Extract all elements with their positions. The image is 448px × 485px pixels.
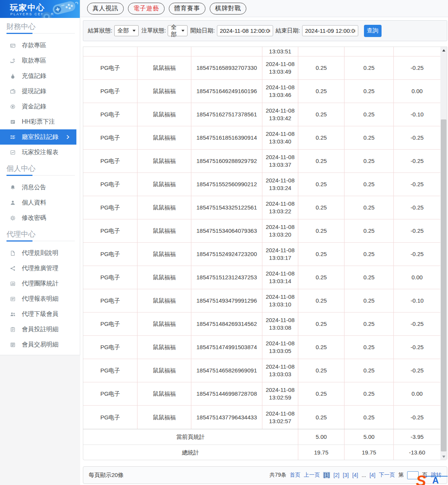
cell-text: 0.25 bbox=[363, 87, 374, 95]
first-page-link[interactable]: 首页 bbox=[290, 472, 300, 479]
sidebar-item-2-2[interactable]: 代理團隊統計 bbox=[0, 276, 80, 291]
cell-text: 0.25 bbox=[315, 297, 327, 305]
cell-text: -0.25 bbox=[411, 250, 424, 258]
gear-icon bbox=[10, 215, 16, 221]
sidebar-section: 個人中心消息公告個人資料修改密碼 bbox=[0, 164, 80, 226]
cell-text: 0.25 bbox=[363, 297, 374, 305]
bet-date: 2024-11-08 bbox=[266, 247, 295, 254]
users-icon bbox=[10, 311, 16, 317]
table-row: PG电子鼠鼠福福18547516462491601962024-11-0813:… bbox=[83, 80, 440, 103]
sidebar-item-0-1[interactable]: 取款專區 bbox=[0, 53, 80, 68]
search-button[interactable]: 查詢 bbox=[364, 25, 382, 37]
order-status-select[interactable]: 全部 bbox=[168, 25, 188, 36]
cell-text: -0.10 bbox=[411, 111, 424, 118]
prev-page-link[interactable]: 上一页 bbox=[304, 472, 320, 479]
cell-time: 2024-11-0813:03:49 bbox=[262, 56, 298, 79]
section-divider-accent bbox=[6, 240, 32, 242]
cell-text: 鼠鼠福福 bbox=[153, 227, 176, 235]
sidebar-item-label: 取款專區 bbox=[22, 57, 46, 65]
table-scrollbar[interactable] bbox=[440, 47, 447, 460]
sidebar-item-label: 修改密碼 bbox=[22, 214, 46, 222]
sidebar-item-label: 個人資料 bbox=[22, 199, 46, 207]
sidebar-item-0-2[interactable]: 充值記錄 bbox=[0, 68, 80, 84]
sidebar-item-2-4[interactable]: 代理下級會員 bbox=[0, 306, 80, 322]
cell-text: PG电子 bbox=[100, 390, 120, 398]
cell-text: 0.25 bbox=[363, 343, 374, 351]
cell-bet: 0.25 bbox=[298, 266, 344, 289]
sidebar-item-0-3[interactable]: 提現記錄 bbox=[0, 84, 80, 99]
bet-date: 2024-11-08 bbox=[266, 223, 295, 231]
cell-text: -0.25 bbox=[411, 227, 424, 235]
tab-electronic-games[interactable]: 電子遊藝 bbox=[128, 3, 165, 15]
ime-letter-a-icon[interactable]: A bbox=[432, 475, 439, 485]
sidebar-item-1-0[interactable]: 消息公告 bbox=[0, 180, 80, 195]
cell-text: PG电子 bbox=[100, 180, 120, 188]
sidebar-item-2-1[interactable]: 代理推廣管理 bbox=[0, 261, 80, 276]
bet-date: 2024-11-08 bbox=[266, 130, 295, 138]
cell-text: PG电子 bbox=[100, 227, 120, 235]
cell-game-name: 鼠鼠福福 bbox=[137, 56, 191, 79]
sidebar-item-0-0[interactable]: 存款專區 bbox=[0, 38, 80, 53]
sidebar-item-2-3[interactable]: 代理報表明細 bbox=[0, 291, 80, 306]
cell-win-loss: -0.25 bbox=[394, 313, 440, 335]
cell-valid-bet: 0.25 bbox=[344, 359, 394, 382]
page-1-link[interactable]: [1] bbox=[323, 472, 330, 478]
scroll-thumb[interactable] bbox=[441, 119, 446, 451]
doc-lines-icon bbox=[10, 119, 16, 125]
cell-game: PG电子 bbox=[83, 289, 137, 312]
sidebar-item-1-2[interactable]: 修改密碼 bbox=[0, 210, 80, 226]
sidebar-item-0-6[interactable]: 廳室投註記錄 bbox=[0, 129, 76, 145]
cell-win-loss bbox=[394, 47, 440, 56]
sidebar-item-label: 資金記錄 bbox=[22, 103, 46, 111]
sidebar-item-2-6[interactable]: 會員交易明細 bbox=[0, 337, 80, 352]
cell-game-name: 鼠鼠福福 bbox=[137, 313, 191, 335]
page-2-link[interactable]: [2] bbox=[333, 472, 340, 478]
sidebar-item-label: HH彩票下注 bbox=[22, 118, 55, 126]
coin-icon bbox=[10, 104, 16, 110]
cell-time: 13:03:51 bbox=[262, 47, 298, 56]
sidebar-item-0-4[interactable]: 資金記錄 bbox=[0, 99, 80, 114]
settle-status-select[interactable]: 全部 bbox=[114, 25, 139, 36]
sidebar-item-2-5[interactable]: 會員投註明細 bbox=[0, 322, 80, 337]
cell-text: 1854751524924723200 bbox=[196, 250, 257, 258]
tab-sports[interactable]: 體育賽事 bbox=[169, 3, 205, 15]
sidebar-item-2-0[interactable]: 代理規則說明 bbox=[0, 245, 80, 261]
ime-sogou-icon[interactable]: S bbox=[416, 472, 426, 485]
scroll-up-button[interactable] bbox=[440, 47, 447, 53]
hand-coins-icon bbox=[10, 58, 16, 64]
cell-text: 0.25 bbox=[315, 180, 327, 188]
sidebar-item-label: 提現記錄 bbox=[22, 87, 46, 95]
cell-game: PG电子 bbox=[83, 336, 137, 359]
tab-chess-battle[interactable]: 棋牌對戰 bbox=[210, 3, 246, 15]
end-date-input[interactable] bbox=[302, 25, 358, 36]
page-4-link[interactable]: [4] bbox=[352, 472, 358, 478]
cell-time: 2024-11-0813:03:24 bbox=[262, 173, 298, 196]
clipboard-trade-icon bbox=[10, 342, 16, 348]
cell-text: -3.95 bbox=[411, 433, 424, 441]
tab-live-casino[interactable]: 真人視訊 bbox=[87, 3, 124, 15]
card-icon bbox=[10, 43, 16, 48]
sidebar-item-0-5[interactable]: HH彩票下注 bbox=[0, 114, 80, 129]
page-3-link[interactable]: [3] bbox=[343, 472, 349, 478]
cell-text: 1854751658932707330 bbox=[196, 64, 257, 72]
cell-bet: 0.25 bbox=[298, 219, 344, 242]
cell-text: 1854751446998728708 bbox=[196, 390, 257, 398]
cell-text: 0.25 bbox=[315, 64, 327, 72]
cell-bet: 0.25 bbox=[298, 56, 344, 79]
cell-bet: 0.25 bbox=[298, 150, 344, 172]
cell-text: -0.25 bbox=[411, 343, 424, 351]
sidebar-section-title: 代理中心 bbox=[6, 229, 80, 238]
cell-text: PG电子 bbox=[100, 111, 120, 118]
cell-text: PG电子 bbox=[100, 274, 120, 281]
cell-bet: 0.25 bbox=[298, 359, 344, 382]
cell-game: PG电子 bbox=[83, 382, 137, 405]
page-4-link[interactable]: [4] bbox=[369, 472, 375, 478]
next-page-link[interactable]: 下一页 bbox=[379, 472, 395, 479]
sidebar-item-1-1[interactable]: 個人資料 bbox=[0, 195, 80, 210]
table-row: PG电子鼠鼠福福18547514658269690912024-11-0813:… bbox=[83, 359, 440, 382]
bet-date: 2024-11-08 bbox=[266, 410, 295, 417]
sidebar-item-0-7[interactable]: 玩家投注報表 bbox=[0, 145, 80, 160]
summary-bet: 5.00 bbox=[298, 429, 344, 445]
scroll-down-button[interactable] bbox=[440, 453, 447, 460]
start-date-input[interactable] bbox=[217, 25, 273, 36]
